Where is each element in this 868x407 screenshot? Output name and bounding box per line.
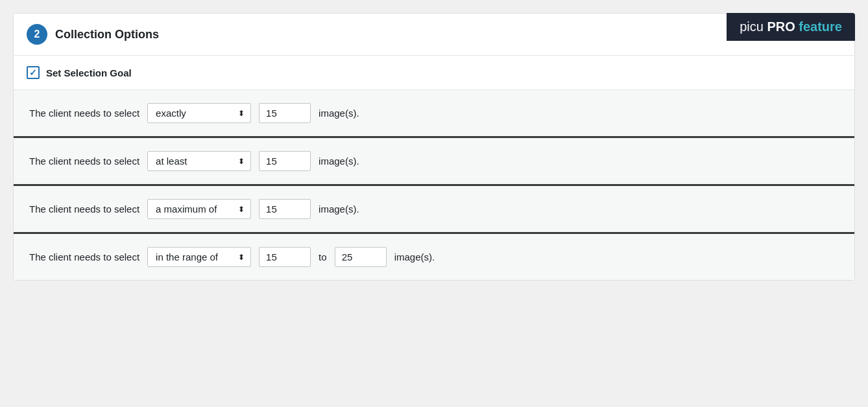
set-selection-goal-row: ✓ Set Selection Goal <box>14 56 854 90</box>
select-wrapper-range: exactly at least a maximum of in the ran… <box>147 247 251 267</box>
option-row-range: The client needs to select exactly at le… <box>29 247 839 267</box>
images-label-1: image(s). <box>319 108 359 119</box>
select-wrapper-atleast: exactly at least a maximum of in the ran… <box>147 151 251 171</box>
prefix-text-3: The client needs to select <box>29 204 139 215</box>
option-section-atleast: The client needs to select exactly at le… <box>14 138 854 186</box>
pro-badge-pro: PRO <box>767 19 795 34</box>
prefix-text-1: The client needs to select <box>29 108 139 119</box>
option-section-range: The client needs to select exactly at le… <box>14 234 854 280</box>
option-row-maximum: The client needs to select exactly at le… <box>29 199 839 219</box>
outer-container: picu PRO feature 2 Collection Options ✓ … <box>13 13 855 281</box>
select-atleast[interactable]: exactly at least a maximum of in the ran… <box>147 151 251 171</box>
pro-badge: picu PRO feature <box>727 13 855 41</box>
images-label-2: image(s). <box>319 156 359 167</box>
number-input-range-max[interactable] <box>335 247 387 267</box>
to-label: to <box>319 251 327 262</box>
prefix-text-4: The client needs to select <box>29 251 139 262</box>
pro-badge-feature: feature <box>799 19 842 34</box>
set-selection-goal-text: Set Selection Goal <box>46 67 132 78</box>
select-wrapper-maximum: exactly at least a maximum of in the ran… <box>147 199 251 219</box>
number-input-range-min[interactable] <box>259 247 311 267</box>
option-section-exactly: The client needs to select exactly at le… <box>14 90 854 138</box>
pro-badge-picu: picu <box>740 19 764 34</box>
select-maximum[interactable]: exactly at least a maximum of in the ran… <box>147 199 251 219</box>
set-selection-goal-checkbox[interactable]: ✓ <box>27 66 40 79</box>
step-badge: 2 <box>27 24 47 45</box>
option-row-exactly: The client needs to select exactly at le… <box>29 103 839 123</box>
number-input-maximum[interactable] <box>259 199 311 219</box>
option-section-maximum: The client needs to select exactly at le… <box>14 186 854 234</box>
set-selection-goal-label[interactable]: ✓ Set Selection Goal <box>27 66 132 79</box>
select-exactly[interactable]: exactly at least a maximum of in the ran… <box>147 103 251 123</box>
option-row-atleast: The client needs to select exactly at le… <box>29 151 839 171</box>
images-label-3: image(s). <box>319 204 359 215</box>
number-input-atleast[interactable] <box>259 151 311 171</box>
checkmark-icon: ✓ <box>29 67 37 78</box>
number-input-exactly[interactable] <box>259 103 311 123</box>
page-title: Collection Options <box>55 28 159 41</box>
main-card: 2 Collection Options ✓ Set Selection Goa… <box>13 13 855 281</box>
select-wrapper-exactly: exactly at least a maximum of in the ran… <box>147 103 251 123</box>
select-range[interactable]: exactly at least a maximum of in the ran… <box>147 247 251 267</box>
prefix-text-2: The client needs to select <box>29 156 139 167</box>
images-label-4: image(s). <box>394 251 435 262</box>
step-number: 2 <box>34 29 40 40</box>
